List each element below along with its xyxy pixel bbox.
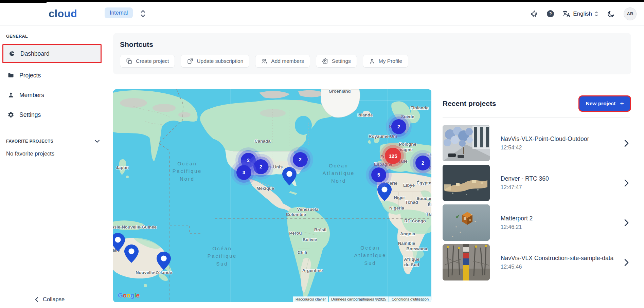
map-cluster[interactable]: 2: [293, 152, 308, 167]
button-label: Create project: [136, 58, 169, 64]
update-subscription-button[interactable]: Update subscription: [181, 55, 249, 68]
project-name: Denver - RTC 360: [501, 175, 624, 182]
map-country-label: Venezuela: [297, 207, 319, 212]
sidebar-item-label: Settings: [19, 111, 41, 119]
workspace-badge[interactable]: Internal: [105, 7, 133, 18]
chevron-right-icon[interactable]: [624, 140, 629, 147]
terms-link[interactable]: Conditions d'utilisation: [389, 296, 431, 302]
map-country-label: Nouvelle-Zélande: [136, 270, 172, 275]
project-row[interactable]: NavVis-VLX Construction-site-sample-data…: [443, 244, 630, 280]
folder-icon: [7, 72, 14, 79]
map-overlay: GroenlandIslandeFinlandeSuèdeNorvègeRoya…: [113, 89, 431, 302]
map-pin-icon[interactable]: [124, 244, 139, 263]
map-country-label: Soudan: [416, 196, 431, 201]
map-ocean-label: Océan Atlantique Sud: [354, 244, 387, 267]
recent-projects-panel: Recent projects New project +: [443, 89, 630, 280]
map-country-label: Éthiopie: [428, 202, 431, 207]
sidebar-item-settings[interactable]: Settings: [0, 107, 106, 122]
chevron-right-icon[interactable]: [624, 259, 629, 266]
google-logo-letter: o: [127, 292, 130, 299]
map-country-label: Suède: [401, 114, 414, 120]
avatar[interactable]: AB: [624, 7, 637, 20]
my-profile-button[interactable]: My Profile: [363, 55, 408, 68]
sidebar-item-members[interactable]: Members: [0, 88, 106, 103]
sidebar-item-label: Dashboard: [20, 50, 50, 57]
google-logo-letter: o: [123, 292, 126, 299]
sidebar: GENERAL Dashboard Projects Members Setti…: [0, 26, 106, 308]
map-pin-icon[interactable]: [377, 183, 392, 201]
new-project-button[interactable]: New project +: [579, 96, 630, 111]
gear-icon: [322, 58, 328, 65]
map-country-label: Chili: [298, 250, 307, 255]
project-name: NavVis-VLX Construction-site-sample-data: [501, 255, 624, 262]
button-label: Add members: [271, 58, 304, 64]
sidebar-section-general: GENERAL: [6, 34, 106, 39]
sidebar-item-dashboard[interactable]: Dashboard: [2, 44, 102, 63]
window-top-tab: [0, 0, 47, 3]
google-logo[interactable]: Google: [118, 292, 140, 299]
collapse-button[interactable]: Collapse: [35, 296, 65, 303]
map-country-label: Tchad: [405, 200, 418, 205]
map-pin-icon[interactable]: [113, 233, 125, 251]
external-link-icon: [187, 58, 193, 65]
project-row[interactable]: NavVis-VLX-Point-Cloud-Outdoor 12:54:42: [443, 125, 630, 161]
chevron-down-icon[interactable]: [94, 140, 100, 143]
language-label: English: [573, 11, 592, 17]
map-country-label: Afrique du Sud: [404, 257, 419, 268]
project-time: 12:46:21: [501, 224, 624, 230]
world-map[interactable]: GroenlandIslandeFinlandeSuèdeNorvègeRoya…: [113, 89, 431, 302]
gear-icon: [7, 111, 14, 118]
map-attribution: Raccourcis clavierDonnées cartographique…: [293, 296, 431, 302]
map-country-label: Pologne: [399, 142, 416, 147]
add-members-button[interactable]: Add members: [255, 55, 310, 68]
map-ocean-label: Océan Pacifique Sud: [208, 245, 237, 268]
chevron-right-icon[interactable]: [624, 219, 629, 227]
map-country-label: Namibie: [398, 241, 415, 246]
shortcuts-card: Shortcuts Create project Update subscrip…: [113, 33, 631, 74]
chevron-updown-icon: [594, 11, 598, 17]
settings-button[interactable]: Settings: [316, 55, 357, 68]
chevron-right-icon[interactable]: [624, 179, 629, 187]
announcements-icon[interactable]: [530, 10, 538, 18]
dark-mode-icon[interactable]: [607, 10, 615, 18]
pie-chart-icon: [8, 50, 15, 57]
plus-icon: +: [620, 100, 624, 108]
help-icon[interactable]: ?: [547, 10, 554, 17]
collapse-label: Collapse: [43, 296, 65, 303]
map-country-label: Nigeria: [389, 205, 404, 211]
keyboard-shortcuts-link[interactable]: Raccourcis clavier: [293, 296, 328, 302]
sidebar-item-projects[interactable]: Projects: [0, 68, 106, 83]
map-country-label: Papouasie-Nouvelle-Guinée: [113, 224, 157, 230]
map-country-label: Tanzanie: [426, 212, 431, 217]
person-icon: [369, 58, 375, 65]
avatar-initials: AB: [627, 11, 633, 16]
map-country-label: Finlande: [410, 105, 428, 111]
map-cluster[interactable]: 2: [253, 159, 268, 174]
project-row[interactable]: Matterport 2 12:46:21: [443, 204, 630, 241]
button-label: Settings: [332, 58, 351, 64]
map-pin-icon[interactable]: [157, 252, 171, 270]
cloud-logo[interactable]: cloud: [49, 8, 77, 20]
shortcuts-title: Shortcuts: [120, 40, 153, 49]
workspace-switcher-icon[interactable]: [140, 9, 146, 19]
map-country-label: Royaume-Uni: [369, 134, 397, 139]
map-country-label: Argentine: [302, 268, 323, 273]
button-label: My Profile: [379, 58, 402, 64]
map-cluster[interactable]: 125: [385, 148, 401, 164]
map-cluster[interactable]: 2: [415, 156, 430, 170]
map-cluster[interactable]: 2: [391, 119, 406, 134]
favorites-empty-text: No favorite projects: [6, 150, 106, 157]
create-project-button[interactable]: Create project: [120, 55, 175, 68]
map-country-label: Colombie: [286, 212, 306, 217]
map-pin-icon[interactable]: [282, 167, 297, 185]
map-cluster[interactable]: 3: [236, 165, 251, 180]
window-top-edge: [0, 0, 644, 2]
recent-projects-title: Recent projects: [443, 99, 496, 108]
map-data-label[interactable]: Données cartographiques ©2025: [329, 296, 389, 302]
map-ocean-label: Océan Pacifique Nord: [173, 160, 202, 183]
person-icon: [7, 92, 14, 98]
map-cluster[interactable]: 5: [371, 167, 386, 182]
language-selector[interactable]: English: [562, 10, 598, 18]
project-thumbnail: [443, 125, 490, 161]
project-row[interactable]: Denver - RTC 360 12:47:47: [443, 165, 630, 201]
